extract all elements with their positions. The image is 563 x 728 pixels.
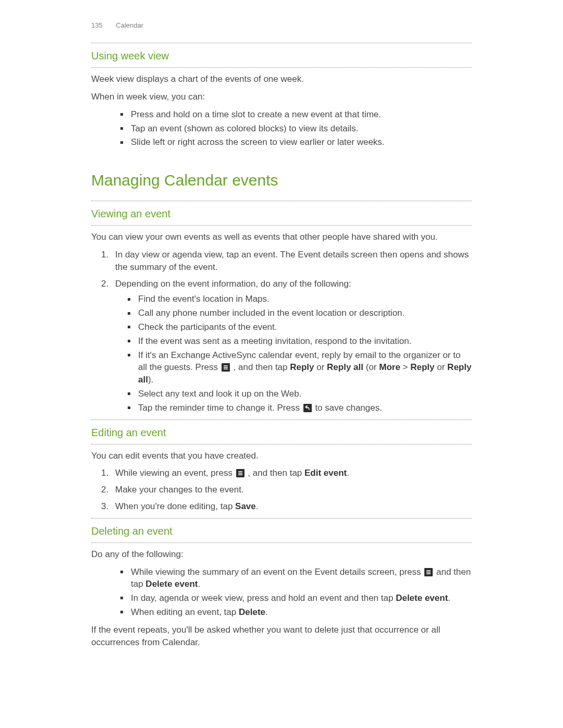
viewing-b2: Call any phone number included in the ev… [128, 307, 472, 319]
menu-icon [424, 568, 433, 576]
b5-text: or [435, 362, 448, 372]
b5-text: (or [363, 362, 379, 372]
reply-label: Reply [290, 362, 314, 372]
editing-step2: Make your changes to the event. [111, 484, 472, 496]
menu-icon [236, 469, 244, 477]
editing-intro: You can edit events that you have create… [91, 450, 472, 462]
viewing-b1: Find the event's location in Maps. [128, 293, 472, 305]
b3-text: When editing an event, tap [131, 607, 239, 617]
viewing-b3: Check the participants of the event. [128, 321, 472, 334]
week-bullet: Tap an event (shown as colored blocks) t… [120, 122, 472, 135]
viewing-step1: In day view or agenda view, tap an event… [111, 249, 472, 274]
week-bullet-list: Press and hold on a time slot to create … [91, 108, 472, 149]
delete-event-label: Delete event [145, 579, 198, 589]
b5-text: or [314, 362, 327, 372]
deleting-outro: If the event repeats, you'll be asked wh… [91, 624, 472, 649]
b2-text: . [448, 593, 450, 603]
b2-text: In day, agenda or week view, press and h… [131, 593, 396, 603]
edit-event-label: Edit event [304, 468, 347, 478]
deleting-b1: While viewing the summary of an event on… [120, 566, 472, 591]
week-bullet: Press and hold on a time slot to create … [120, 108, 472, 121]
b7-text: to save changes. [315, 403, 382, 413]
b3-text: . [265, 607, 268, 617]
step1-text: . [347, 468, 349, 478]
b5-text: , and then tap [231, 362, 290, 372]
header-section-name: Calendar [116, 21, 143, 29]
week-p1: Week view displays a chart of the events… [91, 73, 472, 85]
more-label: More [379, 362, 400, 372]
back-icon [303, 404, 312, 412]
b5-text: > [400, 362, 410, 372]
viewing-step2: Depending on the event information, do a… [111, 278, 472, 414]
week-bullet: Slide left or right across the screen to… [120, 136, 472, 149]
editing-steps: While viewing an event, press , and then… [91, 467, 472, 512]
heading-viewing: Viewing an event [91, 206, 472, 221]
viewing-b5: If it's an Exchange ActiveSync calendar … [128, 349, 472, 386]
deleting-intro: Do any of the following: [91, 548, 472, 561]
heading-editing: Editing an event [91, 425, 472, 440]
viewing-step2-bullets: Find the event's location in Maps. Call … [115, 293, 472, 414]
deleting-b3: When editing an event, tap Delete. [120, 606, 472, 619]
page-number: 135 [91, 21, 103, 30]
running-header: 135 Calendar [91, 21, 472, 30]
menu-icon [222, 363, 230, 372]
save-label: Save [235, 501, 256, 511]
heading-managing: Managing Calendar events [91, 169, 472, 191]
reply-label: Reply [410, 362, 434, 372]
manual-page: 135 Calendar Using week view Week view d… [0, 0, 563, 728]
b7-text: Tap the reminder time to change it. Pres… [138, 403, 302, 413]
reply-all-label: Reply all [327, 362, 363, 372]
editing-step3: When you're done editing, tap Save. [111, 500, 472, 513]
viewing-step2-lead: Depending on the event information, do a… [115, 279, 351, 289]
delete-label: Delete [239, 607, 265, 617]
step3-text: When you're done editing, tap [115, 501, 235, 511]
deleting-bullets: While viewing the summary of an event on… [91, 566, 472, 619]
viewing-b4: If the event was sent as a meeting invit… [128, 335, 472, 348]
viewing-intro: You can view your own events as well as … [91, 231, 472, 243]
week-p2: When in week view, you can: [91, 91, 472, 103]
b5-text: ). [148, 375, 153, 385]
b1-text: . [198, 579, 201, 589]
step1-text: While viewing an event, press [115, 468, 235, 478]
delete-event-label: Delete event [396, 593, 448, 603]
step1-text: , and then tap [246, 468, 304, 478]
viewing-b7: Tap the reminder time to change it. Pres… [128, 402, 472, 414]
step3-text: . [256, 501, 259, 511]
heading-using-week-view: Using week view [91, 48, 472, 63]
deleting-b2: In day, agenda or week view, press and h… [120, 592, 472, 604]
b1-text: While viewing the summary of an event on… [131, 567, 423, 577]
heading-deleting: Deleting an event [91, 524, 472, 538]
viewing-b6: Select any text and look it up on the We… [128, 388, 472, 400]
viewing-steps: In day view or agenda view, tap an event… [91, 249, 472, 414]
editing-step1: While viewing an event, press , and then… [111, 467, 472, 479]
